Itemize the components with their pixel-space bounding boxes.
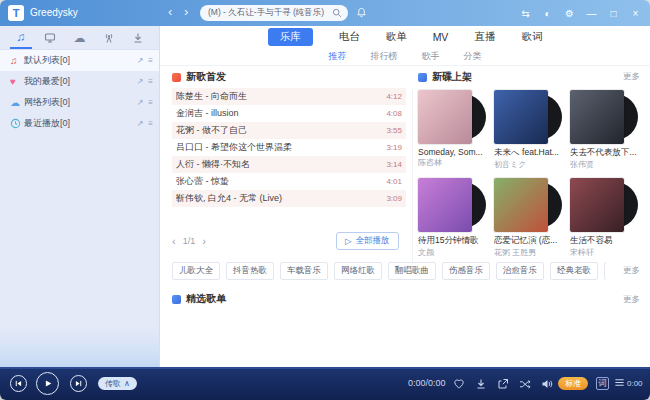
- song-duration: 3:55: [386, 126, 402, 135]
- tab-songlists[interactable]: 歌单: [386, 30, 407, 44]
- album-card[interactable]: 待用15分钟情歌 文颜: [418, 178, 490, 258]
- pagination: ‹ 1/1 ›: [172, 236, 206, 246]
- album-cover: [494, 90, 548, 144]
- albums-more-link[interactable]: 更多: [623, 71, 640, 83]
- play-all-button[interactable]: ▷ 全部播放: [336, 232, 399, 250]
- album-cover-wrap: [494, 178, 566, 232]
- tag-button[interactable]: 车载音乐: [280, 262, 328, 280]
- tab-radio-icon[interactable]: [98, 27, 120, 49]
- song-row[interactable]: 金润吉 - illusion4:08: [172, 105, 406, 122]
- minimize-button[interactable]: —: [585, 7, 598, 20]
- play-button[interactable]: [36, 372, 59, 395]
- featured-more-link[interactable]: 更多: [623, 294, 640, 306]
- album-cover-wrap: [570, 178, 642, 232]
- favorite-heart-icon[interactable]: [452, 377, 466, 391]
- settings-gear-icon[interactable]: ⚙: [563, 7, 576, 20]
- search-icon[interactable]: [332, 8, 342, 18]
- playlist-label: 网络列表[0]: [24, 96, 132, 109]
- seek-bar[interactable]: [0, 367, 650, 369]
- song-transfer-toggle[interactable]: 传歌 ∧: [98, 377, 137, 390]
- tag-button[interactable]: 励志歌曲: [604, 262, 606, 280]
- album-artist: 宋梓轩: [570, 247, 642, 258]
- menu-icon[interactable]: ≡: [148, 98, 153, 107]
- open-icon[interactable]: ↗: [137, 119, 144, 128]
- subtab-recommend[interactable]: 推荐: [329, 50, 347, 63]
- tab-radio[interactable]: 电台: [339, 30, 360, 44]
- sidebar-item-network-list[interactable]: ☁ 网络列表[0] ↗ ≡: [0, 92, 159, 113]
- tab-music-library[interactable]: 乐库: [268, 28, 313, 46]
- song-name: 人衍 - 懒得·不知名: [176, 158, 380, 171]
- page-next-icon[interactable]: ›: [202, 236, 206, 246]
- menu-icon[interactable]: ≡: [148, 119, 153, 128]
- section-marker-icon: [172, 73, 181, 82]
- skin-icon[interactable]: ◐: [541, 7, 554, 20]
- album-card[interactable]: Someday, Som... 陈咨林: [418, 90, 490, 170]
- page-prev-icon[interactable]: ‹: [172, 236, 176, 246]
- album-card[interactable]: 恋爱记忆演 (恋... 花粥 王胜男: [494, 178, 566, 258]
- album-card[interactable]: 生活不容易 宋梓轩: [570, 178, 642, 258]
- sidebar-item-recent-played[interactable]: 最近播放[0] ↗ ≡: [0, 113, 159, 134]
- close-button[interactable]: ×: [629, 7, 642, 20]
- song-row[interactable]: 张心蕾 - 惊蛰4:01: [172, 173, 406, 190]
- player-bar: 传歌 ∧ 0:00/0:00 标准 词 0:00: [0, 367, 650, 400]
- song-row[interactable]: 吕口口 - 希望你这个世界温柔3:19: [172, 139, 406, 156]
- song-row[interactable]: 陈楚生 - 向命而生4:12: [172, 88, 406, 105]
- album-card[interactable]: 失去不代表放下... 张伟贤: [570, 90, 642, 170]
- titlebar: T Greedysky ‹ › ⇆ ◐ ⚙ — □ ×: [0, 0, 650, 26]
- new-albums-grid: Someday, Som... 陈咨林 未来へ feat.Hat... 初音ミク…: [418, 90, 646, 258]
- sidebar-item-default-list[interactable]: ♫ 默认列表[0] ↗ ≡: [0, 50, 159, 71]
- tab-device-icon[interactable]: [39, 27, 61, 49]
- primary-tabs: 乐库 电台 歌单 MV 直播 歌词: [160, 26, 650, 48]
- subtab-artists[interactable]: 歌手: [422, 50, 440, 63]
- menu-icon[interactable]: ≡: [148, 56, 153, 65]
- tab-cloud-icon[interactable]: ☁: [68, 27, 90, 49]
- album-card[interactable]: 未来へ feat.Hat... 初音ミク: [494, 90, 566, 170]
- nav-forward-button[interactable]: ›: [184, 4, 188, 20]
- open-icon[interactable]: ↗: [137, 77, 144, 86]
- tab-local-music-icon[interactable]: ♫: [10, 27, 32, 49]
- menu-icon[interactable]: ≡: [148, 77, 153, 86]
- song-row[interactable]: 人衍 - 懒得·不知名3:14: [172, 156, 406, 173]
- section-title: 新碟上架: [432, 70, 472, 84]
- tag-button[interactable]: 治愈音乐: [496, 262, 544, 280]
- song-row[interactable]: 靳伟钦, 白允4 - 无常 (Live)3:09: [172, 190, 406, 207]
- next-track-button[interactable]: [70, 375, 87, 392]
- tag-button[interactable]: 网络红歌: [334, 262, 382, 280]
- open-icon[interactable]: ↗: [137, 98, 144, 107]
- maximize-button[interactable]: □: [607, 7, 620, 20]
- quality-badge[interactable]: 标准: [558, 377, 588, 390]
- tag-button[interactable]: 经典老歌: [550, 262, 598, 280]
- tab-live[interactable]: 直播: [474, 30, 495, 44]
- tag-button[interactable]: 伤感音乐: [442, 262, 490, 280]
- previous-track-button[interactable]: [10, 375, 27, 392]
- tab-lyrics[interactable]: 歌词: [521, 30, 542, 44]
- tag-button[interactable]: 儿歌大全: [172, 262, 220, 280]
- song-row[interactable]: 花粥 - 做不了自己3:55: [172, 122, 406, 139]
- download-icon[interactable]: [474, 377, 488, 391]
- play-mode-shuffle-icon[interactable]: [518, 377, 532, 391]
- search-input[interactable]: [208, 8, 332, 18]
- volume-icon[interactable]: [540, 377, 554, 391]
- tab-mv[interactable]: MV: [433, 31, 449, 43]
- subtab-rankings[interactable]: 排行榜: [371, 50, 398, 63]
- column-divider: [412, 90, 413, 270]
- sidebar-item-favorites[interactable]: ♥ 我的最爱[0] ↗ ≡: [0, 71, 159, 92]
- open-icon[interactable]: ↗: [137, 56, 144, 65]
- app-window: T Greedysky ‹ › ⇆ ◐ ⚙ — □ × ♫ ☁: [0, 0, 650, 400]
- album-artist: 花粥 王胜男: [494, 247, 566, 258]
- tab-download-icon[interactable]: [127, 27, 149, 49]
- playlist-panel-icon[interactable]: [614, 377, 625, 388]
- notification-bell-icon[interactable]: [356, 7, 367, 18]
- tags-more-link[interactable]: 更多: [623, 265, 640, 277]
- subtab-categories[interactable]: 分类: [464, 50, 482, 63]
- tag-button[interactable]: 抖音热歌: [226, 262, 274, 280]
- nav-back-button[interactable]: ‹: [168, 4, 172, 20]
- lyrics-button[interactable]: 词: [596, 377, 609, 390]
- share-icon[interactable]: [496, 377, 510, 391]
- song-name: 吕口口 - 希望你这个世界温柔: [176, 141, 380, 154]
- cloud-icon: ☁: [10, 97, 24, 108]
- tag-button[interactable]: 翻唱歌曲: [388, 262, 436, 280]
- content-area: 新歌首发 陈楚生 - 向命而生4:12 金润吉 - illusion4:08 花…: [160, 66, 650, 367]
- mobile-connect-icon[interactable]: ⇆: [519, 7, 532, 20]
- secondary-tabs: 推荐 排行榜 歌手 分类: [160, 48, 650, 66]
